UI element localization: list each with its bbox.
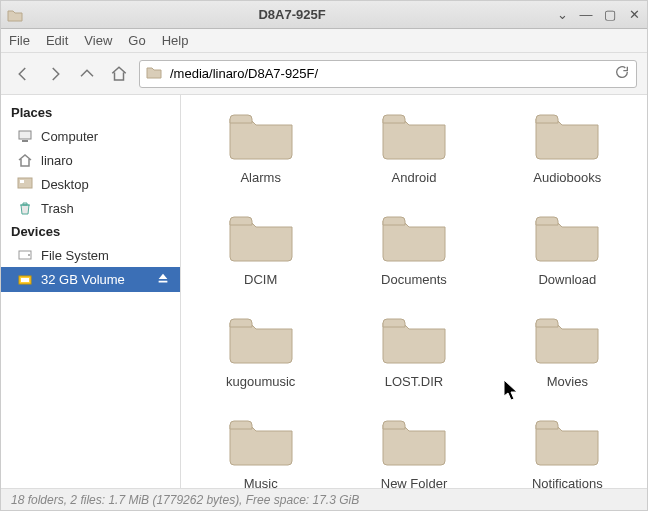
folder-icon [532, 209, 602, 266]
menu-go[interactable]: Go [128, 33, 145, 48]
menu-view[interactable]: View [84, 33, 112, 48]
folder-label: Download [538, 272, 596, 287]
folder-icon [379, 311, 449, 368]
app-icon [7, 7, 23, 23]
folder-label: DCIM [244, 272, 277, 287]
content-area[interactable]: AlarmsAndroidAudiobooksDCIMDocumentsDown… [181, 95, 647, 488]
forward-button[interactable] [43, 62, 67, 86]
folder-icon [532, 311, 602, 368]
window-title: D8A7-925F [29, 7, 555, 22]
folder-label: Documents [381, 272, 447, 287]
sidebar: Places Computer linaro Desktop Trash Dev… [1, 95, 181, 488]
path-bar [139, 60, 637, 88]
menu-edit[interactable]: Edit [46, 33, 68, 48]
titlebar: D8A7-925F ⌄ — ▢ ✕ [1, 1, 647, 29]
sidebar-item-label: File System [41, 248, 109, 263]
folder-icon [226, 209, 296, 266]
folder-item[interactable]: Download [496, 209, 639, 287]
folder-item[interactable]: Movies [496, 311, 639, 389]
sidebar-item-computer[interactable]: Computer [1, 124, 180, 148]
status-text: 18 folders, 2 files: 1.7 MiB (1779262 by… [11, 493, 359, 507]
path-input[interactable] [168, 65, 608, 82]
maximize-button[interactable]: ▢ [603, 7, 617, 22]
folder-label: Movies [547, 374, 588, 389]
folder-label: Audiobooks [533, 170, 601, 185]
menu-file[interactable]: File [9, 33, 30, 48]
folder-icon [379, 107, 449, 164]
eject-button[interactable] [156, 271, 170, 288]
folder-item[interactable]: LOST.DIR [342, 311, 485, 389]
folder-icon [532, 107, 602, 164]
up-button[interactable] [75, 62, 99, 86]
folder-item[interactable]: Android [342, 107, 485, 185]
sidebar-item-label: Desktop [41, 177, 89, 192]
trash-icon [17, 200, 33, 216]
folder-icon [532, 413, 602, 470]
folder-label: Android [392, 170, 437, 185]
refresh-button[interactable] [614, 64, 630, 83]
folder-label: Notifications [532, 476, 603, 488]
folder-label: LOST.DIR [385, 374, 444, 389]
folder-icon [226, 311, 296, 368]
close-button[interactable]: ✕ [627, 7, 641, 22]
menubar: File Edit View Go Help [1, 29, 647, 53]
folder-icon [226, 413, 296, 470]
places-header: Places [1, 101, 180, 124]
sidebar-item-label: 32 GB Volume [41, 272, 125, 287]
folder-item[interactable]: kugoumusic [189, 311, 332, 389]
folder-label: kugoumusic [226, 374, 295, 389]
sidebar-item-trash[interactable]: Trash [1, 196, 180, 220]
sidebar-item-linaro[interactable]: linaro [1, 148, 180, 172]
folder-item[interactable]: DCIM [189, 209, 332, 287]
collapse-button[interactable]: ⌄ [555, 7, 569, 22]
home-icon [17, 152, 33, 168]
folder-label: New Folder [381, 476, 447, 488]
volume-icon [17, 272, 33, 288]
sidebar-item-desktop[interactable]: Desktop [1, 172, 180, 196]
menu-help[interactable]: Help [162, 33, 189, 48]
sidebar-item-label: Computer [41, 129, 98, 144]
devices-header: Devices [1, 220, 180, 243]
folder-icon [146, 64, 162, 83]
folder-item[interactable]: New Folder [342, 413, 485, 488]
file-manager-window: D8A7-925F ⌄ — ▢ ✕ File Edit View Go Help… [0, 0, 648, 511]
folder-item[interactable]: Documents [342, 209, 485, 287]
status-bar: 18 folders, 2 files: 1.7 MiB (1779262 by… [1, 488, 647, 510]
desktop-icon [17, 176, 33, 192]
folder-item[interactable]: Audiobooks [496, 107, 639, 185]
back-button[interactable] [11, 62, 35, 86]
folder-label: Alarms [240, 170, 280, 185]
folder-item[interactable]: Alarms [189, 107, 332, 185]
folder-icon [226, 107, 296, 164]
sidebar-item-label: Trash [41, 201, 74, 216]
folder-icon [379, 413, 449, 470]
toolbar [1, 53, 647, 95]
drive-icon [17, 247, 33, 263]
sidebar-item-filesystem[interactable]: File System [1, 243, 180, 267]
folder-icon [379, 209, 449, 266]
sidebar-item-volume[interactable]: 32 GB Volume [1, 267, 180, 292]
folder-item[interactable]: Music [189, 413, 332, 488]
minimize-button[interactable]: — [579, 7, 593, 22]
folder-label: Music [244, 476, 278, 488]
computer-icon [17, 128, 33, 144]
folder-item[interactable]: Notifications [496, 413, 639, 488]
home-button[interactable] [107, 62, 131, 86]
sidebar-item-label: linaro [41, 153, 73, 168]
